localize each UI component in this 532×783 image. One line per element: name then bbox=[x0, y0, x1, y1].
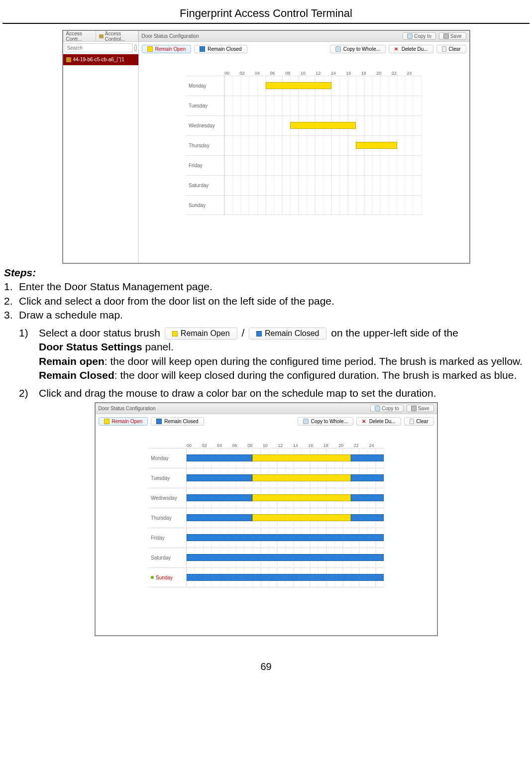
blue-swatch-icon bbox=[256, 331, 262, 336]
schedule-bar-open[interactable] bbox=[266, 82, 331, 89]
schedule-bar-closed[interactable] bbox=[351, 474, 384, 481]
day-grid[interactable] bbox=[224, 116, 422, 135]
remain-closed-brush[interactable]: Remain Closed bbox=[151, 417, 204, 426]
substep-num: 2) bbox=[19, 387, 39, 400]
delete-button[interactable]: ✕Delete Du... bbox=[356, 417, 401, 426]
clear-label: Clear bbox=[449, 46, 461, 52]
copy-icon bbox=[375, 406, 380, 411]
schedule-bar-open[interactable] bbox=[252, 514, 351, 521]
day-row[interactable]: Friday bbox=[186, 155, 422, 175]
yellow-swatch-icon bbox=[172, 331, 178, 336]
schedule-bar-closed[interactable] bbox=[187, 474, 252, 481]
day-label: Tuesday bbox=[148, 468, 187, 488]
schedule-bar-open[interactable] bbox=[356, 142, 397, 149]
schedule-bar-closed[interactable] bbox=[351, 514, 384, 521]
day-grid[interactable] bbox=[187, 528, 384, 548]
day-grid[interactable] bbox=[224, 76, 422, 96]
day-label: Wednesday bbox=[186, 116, 224, 135]
schedule-bar-closed[interactable] bbox=[187, 534, 384, 541]
panel-title: Door Status Configuration bbox=[142, 33, 199, 39]
day-row[interactable]: Saturday bbox=[148, 548, 384, 567]
day-row[interactable]: Tuesday bbox=[186, 96, 422, 115]
day-row[interactable]: Tuesday bbox=[148, 468, 384, 488]
copy-whole-button[interactable]: Copy to Whole... bbox=[330, 45, 386, 53]
schedule-grid-1[interactable]: 00020406081012141618202224MondayTuesdayW… bbox=[186, 71, 422, 263]
hour-tick: 18 bbox=[361, 71, 377, 76]
day-row[interactable]: Monday bbox=[186, 76, 422, 96]
screenshot-2: Door Status Configuration Copy to Save R… bbox=[95, 402, 438, 636]
day-grid[interactable] bbox=[187, 448, 384, 468]
step-num: 1. bbox=[4, 280, 19, 293]
remain-closed-brush[interactable]: Remain Closed bbox=[194, 45, 247, 53]
day-row[interactable]: Saturday bbox=[186, 175, 422, 195]
trash-icon bbox=[442, 46, 446, 52]
search-icon[interactable] bbox=[134, 44, 137, 51]
clear-button[interactable]: Clear bbox=[436, 45, 466, 53]
blue-swatch-icon bbox=[156, 419, 162, 424]
copy-whole-button[interactable]: Copy to Whole... bbox=[298, 417, 353, 426]
day-grid[interactable] bbox=[224, 176, 422, 195]
remain-open-brush[interactable]: Remain Open bbox=[99, 417, 148, 426]
save-button[interactable]: Save bbox=[407, 405, 434, 412]
copy-to-button[interactable]: Copy to bbox=[403, 32, 435, 40]
day-row[interactable]: Sunday bbox=[148, 567, 384, 587]
copy-whole-label: Copy to Whole... bbox=[343, 46, 380, 52]
delete-button[interactable]: ✕Delete Du... bbox=[389, 45, 433, 53]
day-row[interactable]: Thursday bbox=[148, 508, 384, 528]
clear-button[interactable]: Clear bbox=[404, 417, 434, 426]
search-input[interactable] bbox=[65, 43, 133, 52]
day-grid[interactable] bbox=[224, 156, 422, 175]
slash: / bbox=[239, 327, 248, 338]
schedule-bar-closed[interactable] bbox=[187, 494, 252, 501]
day-grid[interactable] bbox=[187, 508, 384, 528]
step-num: 3. bbox=[4, 309, 19, 322]
day-grid[interactable] bbox=[187, 568, 384, 587]
remain-open-brush[interactable]: Remain Open bbox=[142, 45, 192, 53]
schedule-bar-closed[interactable] bbox=[187, 514, 252, 521]
inline-closed-label: Remain Closed bbox=[265, 330, 319, 337]
step-text: Click and select a door from the door li… bbox=[19, 295, 334, 308]
hour-tick: 06 bbox=[232, 443, 248, 448]
day-row[interactable]: Wednesday bbox=[148, 488, 384, 508]
remain-closed-label: Remain Closed bbox=[208, 46, 241, 52]
remain-closed-bold: Remain Closed bbox=[39, 369, 114, 381]
door-list-item-selected[interactable]: 44-19-b6-c5-cb-a6_门1 bbox=[63, 54, 138, 65]
clear-label: Clear bbox=[417, 419, 428, 424]
schedule-bar-closed[interactable] bbox=[187, 574, 384, 581]
hour-tick: 14 bbox=[331, 71, 346, 76]
day-row[interactable]: Monday bbox=[148, 448, 384, 468]
schedule-grid-2[interactable]: 00020406081012141618202224MondayTuesdayW… bbox=[148, 443, 384, 635]
copy-to-button[interactable]: Copy to bbox=[370, 405, 403, 412]
hour-tick: 04 bbox=[217, 443, 232, 448]
sidebar-tab-1[interactable]: Access Contr... bbox=[63, 31, 97, 41]
day-row[interactable]: Wednesday bbox=[186, 115, 422, 135]
day-grid[interactable] bbox=[224, 196, 422, 215]
day-grid[interactable] bbox=[187, 468, 384, 488]
screenshot-1: Access Contr... Access Control... 44-19-… bbox=[62, 30, 470, 264]
remain-open-label: Remain Open bbox=[155, 46, 186, 52]
hour-tick: 06 bbox=[270, 71, 286, 76]
day-grid[interactable] bbox=[224, 96, 422, 115]
schedule-bar-open[interactable] bbox=[290, 122, 356, 129]
day-row[interactable]: Sunday bbox=[186, 195, 422, 215]
day-row[interactable]: Thursday bbox=[186, 135, 422, 155]
remain-open-label: Remain Open bbox=[112, 419, 143, 424]
schedule-bar-open[interactable] bbox=[252, 494, 351, 501]
schedule-bar-closed[interactable] bbox=[351, 494, 384, 501]
day-row[interactable]: Friday bbox=[148, 528, 384, 548]
day-grid[interactable] bbox=[187, 548, 384, 567]
schedule-bar-open[interactable] bbox=[252, 474, 351, 481]
schedule-bar-closed[interactable] bbox=[187, 554, 384, 561]
day-label: Sunday bbox=[148, 568, 187, 587]
hour-tick: 12 bbox=[278, 443, 293, 448]
day-grid[interactable] bbox=[187, 488, 384, 508]
schedule-bar-open[interactable] bbox=[252, 454, 351, 461]
sidebar-tab-2[interactable]: Access Control... bbox=[96, 31, 138, 41]
substep-num: 1) bbox=[19, 327, 39, 339]
schedule-bar-closed[interactable] bbox=[187, 454, 252, 461]
hour-tick: 20 bbox=[338, 443, 354, 448]
step-text: Draw a schedule map. bbox=[19, 309, 123, 322]
day-grid[interactable] bbox=[224, 136, 422, 155]
schedule-bar-closed[interactable] bbox=[351, 454, 384, 461]
save-button[interactable]: Save bbox=[439, 32, 466, 40]
